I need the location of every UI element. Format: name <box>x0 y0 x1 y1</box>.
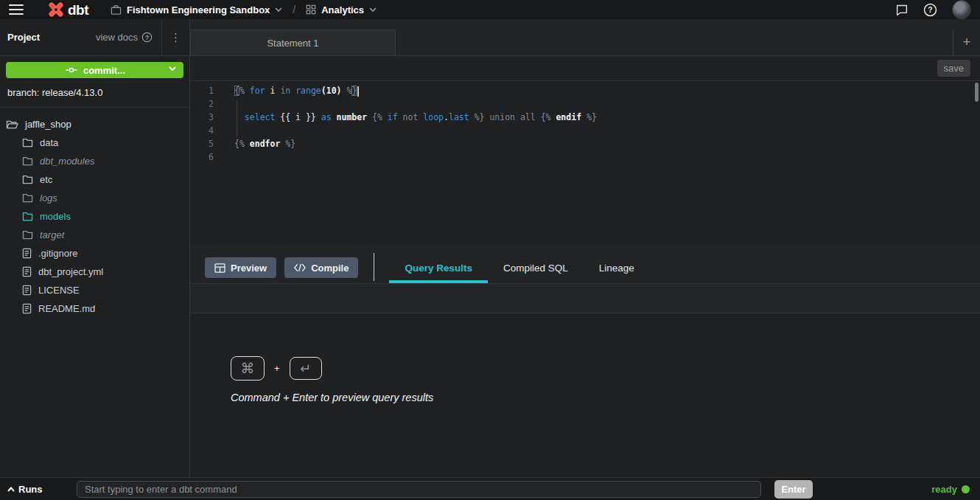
results-tabs: Query Results Compiled SQL Lineage <box>389 253 649 283</box>
chevron-down-icon <box>369 7 377 12</box>
main-area: Statement 1 + save 123456 {% for i in ra… <box>190 19 980 477</box>
plus-icon: + <box>963 35 971 50</box>
sidebar-title: Project <box>0 32 40 43</box>
tree-item-dbt-modules[interactable]: dbt_modules <box>0 152 189 170</box>
code-icon <box>294 263 306 272</box>
tree-item-logs[interactable]: logs <box>0 189 189 207</box>
project-switcher[interactable]: Analytics <box>306 4 377 15</box>
tree-item-dbt-project-yml[interactable]: dbt_project.yml <box>0 263 189 281</box>
tree-item-etc[interactable]: etc <box>0 170 189 189</box>
bottom-bar: Runs Enter ready <box>0 477 980 500</box>
view-docs-link[interactable]: view docs ? <box>96 32 161 43</box>
tree-item-target[interactable]: target <box>0 226 189 244</box>
git-commit-icon <box>64 66 79 74</box>
tree-item-readme[interactable]: README.md <box>0 299 189 318</box>
commit-chevron-down-icon[interactable] <box>169 66 176 71</box>
tab-lineage[interactable]: Lineage <box>584 253 650 283</box>
command-key-icon: ⌘ <box>231 356 265 381</box>
tree-item-label: etc <box>40 174 52 185</box>
chat-icon[interactable] <box>895 4 909 16</box>
results-panel: Preview Compile Query Results Compiled S… <box>190 245 980 477</box>
table-icon <box>214 263 225 273</box>
tree-item-label: README.md <box>38 303 95 314</box>
preview-label: Preview <box>231 263 267 274</box>
tree-item-label: .gitignore <box>38 248 77 259</box>
account-name: Fishtown Engineering Sandbox <box>127 4 270 15</box>
account-switcher[interactable]: Fishtown Engineering Sandbox <box>111 4 282 15</box>
folder-open-icon <box>6 119 18 130</box>
svg-text:?: ? <box>928 6 932 14</box>
branch-label: branch: release/4.13.0 <box>0 84 189 108</box>
results-toolbar: Preview Compile Query Results Compiled S… <box>190 245 980 284</box>
keys-row: ⌘ + ↵ <box>231 356 433 381</box>
runs-label: Runs <box>18 484 43 495</box>
commit-label: commit... <box>83 65 125 76</box>
dbt-cloud-ide: dbt Fishtown Engineering Sandbox / Analy… <box>0 0 980 500</box>
hint-caption: Command + Enter to preview query results <box>231 392 433 403</box>
breadcrumb-separator: / <box>293 4 295 15</box>
briefcase-icon <box>111 4 122 15</box>
folder-icon <box>22 230 33 240</box>
plus-sign: + <box>274 363 280 374</box>
results-substrip <box>190 284 980 313</box>
project-name: Analytics <box>321 4 364 15</box>
new-tab-button[interactable]: + <box>953 29 980 55</box>
status-ready: ready <box>931 484 970 495</box>
tree-item-label: models <box>40 211 71 222</box>
tree-item-gitignore[interactable]: .gitignore <box>0 244 189 263</box>
dbt-logo-text: dbt <box>68 3 88 17</box>
tree-item-label: logs <box>40 192 57 204</box>
tree-item-label: LICENSE <box>38 285 80 296</box>
topbar-right: ? <box>895 0 971 19</box>
folder-icon <box>22 193 33 203</box>
tab-statement-1[interactable]: Statement 1 <box>190 29 396 55</box>
grid-icon <box>306 4 316 15</box>
view-docs-label: view docs <box>96 32 138 43</box>
editor-toolbar: save <box>190 56 980 81</box>
tree-item-label: dbt_project.yml <box>38 266 103 277</box>
runs-toggle[interactable]: Runs <box>7 484 77 495</box>
tab-query-results[interactable]: Query Results <box>389 253 488 283</box>
dbt-logo-icon <box>47 1 65 18</box>
preview-button[interactable]: Preview <box>205 257 276 278</box>
commit-row: commit... <box>0 56 189 84</box>
tree-item-models[interactable]: models <box>0 207 189 226</box>
tree-item-label: target <box>40 229 64 240</box>
svg-text:?: ? <box>145 35 149 41</box>
dbt-logo[interactable]: dbt <box>47 1 88 18</box>
tree-item-label: jaffle_shop <box>25 119 71 130</box>
file-icon <box>22 303 32 314</box>
tree-item-data[interactable]: data <box>0 133 189 152</box>
indent-guide <box>237 100 237 137</box>
folder-icon <box>22 212 33 221</box>
status-dot <box>962 485 970 493</box>
hamburger-menu-icon[interactable] <box>9 4 24 15</box>
sidebar-header: Project view docs ? ⋮ <box>0 19 189 56</box>
topbar: dbt Fishtown Engineering Sandbox / Analy… <box>0 0 980 19</box>
sidebar: Project view docs ? ⋮ commit... <box>0 19 190 477</box>
save-button[interactable]: save <box>937 60 970 77</box>
line-numbers: 123456 <box>190 81 223 245</box>
command-input[interactable] <box>77 481 761 498</box>
user-avatar[interactable] <box>952 0 971 19</box>
commit-button[interactable]: commit... <box>6 62 183 78</box>
file-icon <box>22 248 32 259</box>
folder-icon <box>22 156 33 166</box>
editor-scrollbar[interactable] <box>975 83 979 102</box>
chevron-down-icon <box>275 7 282 12</box>
tab-compiled-sql[interactable]: Compiled SQL <box>488 253 584 283</box>
toolbar-divider <box>374 253 374 281</box>
help-icon[interactable]: ? <box>923 3 937 17</box>
content: Project view docs ? ⋮ commit... <box>0 19 980 477</box>
tree-item-license[interactable]: LICENSE <box>0 281 189 299</box>
results-area: ⌘ + ↵ Command + Enter to preview query r… <box>190 313 980 477</box>
tree-item-label: data <box>40 137 58 148</box>
tree-item-jaffle-shop[interactable]: jaffle_shop <box>0 115 189 133</box>
enter-key-icon: ↵ <box>290 357 322 380</box>
enter-button[interactable]: Enter <box>774 480 813 499</box>
file-tree: jaffle_shop data dbt_modules <box>0 108 189 318</box>
folder-icon <box>22 175 33 184</box>
kebab-menu-icon[interactable]: ⋮ <box>162 31 189 44</box>
code-editor[interactable]: 123456 {% for i in range(10) %} select {… <box>190 81 980 245</box>
compile-button[interactable]: Compile <box>284 257 358 278</box>
